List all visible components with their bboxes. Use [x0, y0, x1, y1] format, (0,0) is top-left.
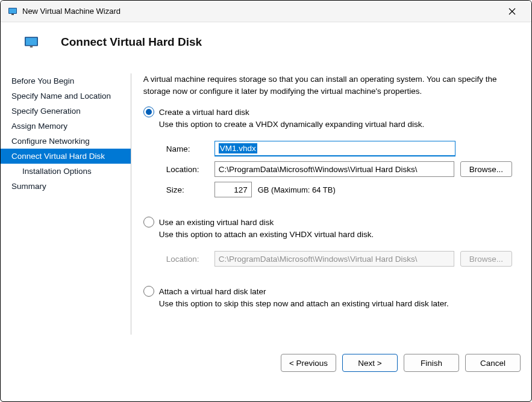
radio-existing-label: Use an existing virtual hard disk [159, 218, 274, 227]
radio-later[interactable] [143, 286, 154, 297]
titlebar: New Virtual Machine Wizard [1, 1, 531, 22]
location-label: Location: [166, 165, 208, 174]
option-later-desc: Use this option to skip this step now an… [159, 299, 519, 308]
intro-text: A virtual machine requires storage so th… [143, 73, 519, 97]
cancel-button[interactable]: Cancel [465, 354, 521, 372]
close-button[interactable] [500, 3, 524, 20]
content-area: Before You Begin Specify Name and Locati… [1, 63, 531, 345]
wizard-nav: Before You Begin Specify Name and Locati… [1, 63, 131, 345]
wizard-header: Connect Virtual Hard Disk [1, 22, 531, 63]
next-button[interactable]: Next > [342, 354, 398, 372]
window-title: New Virtual Machine Wizard [22, 7, 500, 16]
nav-assign-memory[interactable]: Assign Memory [1, 119, 131, 134]
nav-divider [131, 73, 131, 335]
svg-rect-4 [26, 38, 37, 45]
radio-create[interactable] [143, 107, 154, 117]
svg-rect-1 [9, 8, 16, 13]
radio-existing[interactable] [143, 217, 154, 227]
option-existing-desc: Use this option to attach an existing VH… [159, 230, 519, 239]
nav-specify-name[interactable]: Specify Name and Location [1, 88, 131, 104]
existing-location-input [214, 251, 454, 267]
previous-button[interactable]: < Previous [281, 354, 336, 372]
existing-browse-button: Browse... [460, 251, 512, 267]
nav-before-you-begin[interactable]: Before You Begin [1, 73, 131, 88]
svg-rect-2 [11, 14, 14, 15]
finish-button[interactable]: Finish [404, 354, 459, 372]
size-input[interactable] [214, 182, 252, 197]
wizard-icon [25, 37, 38, 48]
size-label: Size: [166, 185, 208, 194]
location-input[interactable] [214, 161, 454, 177]
existing-location-label: Location: [166, 255, 208, 264]
nav-connect-vhd[interactable]: Connect Virtual Hard Disk [1, 149, 131, 164]
svg-rect-5 [30, 46, 33, 48]
browse-button[interactable]: Browse... [460, 161, 512, 177]
wizard-footer: < Previous Next > Finish Cancel [1, 345, 531, 383]
existing-fields: Location: Browse... [159, 245, 519, 277]
page-title: Connect Virtual Hard Disk [61, 36, 202, 49]
nav-summary[interactable]: Summary [1, 179, 131, 194]
name-label: Name: [166, 144, 208, 153]
option-existing: Use an existing virtual hard disk Use th… [143, 217, 519, 277]
app-icon [8, 7, 17, 16]
nav-specify-generation[interactable]: Specify Generation [1, 104, 131, 119]
nav-configure-networking[interactable]: Configure Networking [1, 134, 131, 149]
create-fields: Name: VM1.vhdx Location: Browse... Size:… [159, 135, 519, 208]
option-create: Create a virtual hard disk Use this opti… [143, 107, 519, 208]
radio-later-label: Attach a virtual hard disk later [159, 287, 266, 296]
radio-create-label: Create a virtual hard disk [159, 108, 249, 117]
wizard-main: A virtual machine requires storage so th… [135, 63, 531, 345]
option-later: Attach a virtual hard disk later Use thi… [143, 286, 519, 308]
option-create-desc: Use this option to create a VHDX dynamic… [159, 120, 519, 129]
name-input[interactable]: VM1.vhdx [214, 141, 455, 156]
nav-installation-options[interactable]: Installation Options [1, 164, 131, 179]
size-suffix: GB (Maximum: 64 TB) [258, 185, 336, 194]
